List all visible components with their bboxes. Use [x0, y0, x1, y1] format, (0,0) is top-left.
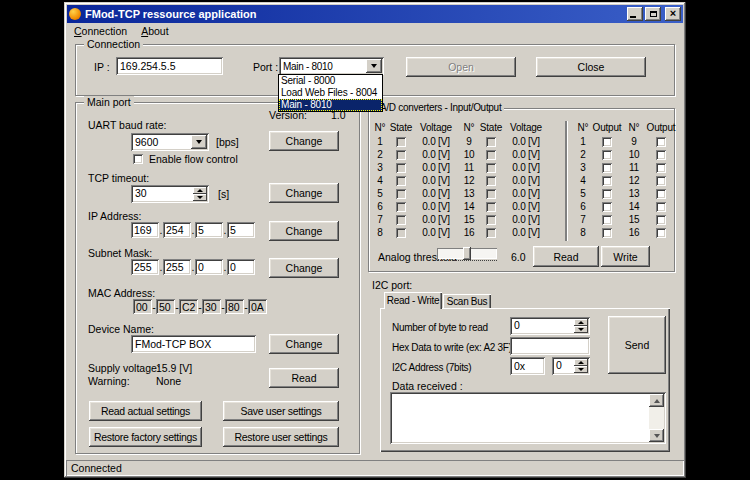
close-button[interactable]: × [665, 7, 681, 21]
ad-voltage-value: 0.0 [V] [422, 174, 450, 187]
uart-baud-combobox[interactable]: 9600 [131, 133, 209, 151]
port-dropdown-button[interactable] [366, 59, 382, 73]
tcp-timeout-stepper[interactable]: 30 [131, 185, 209, 203]
i2c-address-prefix-input[interactable] [510, 357, 545, 375]
spin-down-button[interactable] [574, 326, 588, 333]
ad-state-checkbox[interactable] [396, 176, 406, 186]
ad-output-row: 412 [573, 174, 675, 187]
ad-output-row: 816 [573, 226, 675, 239]
output-checkbox[interactable] [602, 137, 612, 147]
uart-change-button[interactable]: Change [269, 131, 339, 151]
ad-channel-number: 9 [466, 135, 471, 148]
restore-factory-settings-button[interactable]: Restore factory settings [89, 427, 202, 447]
tab-scan-bus[interactable]: Scan Bus [443, 294, 491, 309]
ip-octet-4[interactable] [227, 222, 255, 238]
scroll-down-button[interactable] [649, 429, 664, 442]
slider-thumb[interactable] [463, 247, 471, 260]
maximize-button[interactable] [645, 7, 661, 21]
tcp-change-button[interactable]: Change [269, 183, 339, 203]
output-checkbox[interactable] [656, 137, 666, 147]
output-channel-number: 14 [629, 200, 640, 213]
spin-up-button[interactable] [574, 359, 588, 366]
output-checkbox[interactable] [656, 228, 666, 238]
ad-state-checkbox[interactable] [486, 215, 496, 225]
menu-connection[interactable]: Connection [67, 24, 134, 38]
save-user-settings-button[interactable]: Save user settings [223, 401, 339, 421]
hex-data-input[interactable] [510, 337, 590, 355]
spin-down-button[interactable] [193, 194, 207, 201]
spin-up-button[interactable] [574, 319, 588, 326]
vertical-scrollbar[interactable] [649, 394, 664, 442]
supply-voltage-label: Supply voltage: [88, 362, 160, 374]
ad-state-checkbox[interactable] [396, 215, 406, 225]
output-checkbox[interactable] [602, 228, 612, 238]
subnet-octet-2[interactable] [163, 259, 191, 275]
spin-down-button[interactable] [574, 366, 588, 373]
minimize-button[interactable] [627, 7, 643, 21]
output-checkbox[interactable] [656, 202, 666, 212]
subnet-change-button[interactable]: Change [269, 258, 339, 278]
menu-about[interactable]: About [134, 24, 175, 38]
device-change-button[interactable]: Change [269, 334, 339, 354]
warning-label: Warning: [88, 375, 130, 387]
output-checkbox[interactable] [602, 202, 612, 212]
ad-state-checkbox[interactable] [486, 228, 496, 238]
output-checkbox[interactable] [656, 150, 666, 160]
ad-state-checkbox[interactable] [396, 163, 406, 173]
flow-control-checkbox[interactable] [133, 154, 143, 164]
send-button[interactable]: Send [608, 316, 666, 374]
ad-state-checkbox[interactable] [486, 137, 496, 147]
mac-octet-row: ----- [133, 299, 267, 314]
ip-octet-1[interactable] [131, 222, 159, 238]
output-checkbox[interactable] [602, 163, 612, 173]
uart-dropdown-button[interactable] [191, 135, 207, 149]
ip-input[interactable] [116, 57, 223, 75]
device-name-input[interactable] [131, 335, 256, 353]
output-checkbox[interactable] [602, 150, 612, 160]
subnet-octet-3[interactable] [195, 259, 223, 275]
ip-octet-2[interactable] [163, 222, 191, 238]
tab-read-write[interactable]: Read - Write [384, 292, 442, 309]
ad-state-checkbox[interactable] [486, 176, 496, 186]
i2c-address-stepper[interactable]: 0 [552, 357, 590, 375]
output-checkbox[interactable] [656, 215, 666, 225]
ad-state-checkbox[interactable] [486, 189, 496, 199]
read-supply-button[interactable]: Read [269, 368, 339, 388]
ad-state-checkbox[interactable] [396, 189, 406, 199]
ad-state-checkbox[interactable] [396, 137, 406, 147]
analog-threshold-slider[interactable] [437, 248, 497, 259]
port-option[interactable]: Serial - 8000 [279, 75, 382, 87]
port-option[interactable]: Main - 8010 [279, 99, 382, 111]
output-checkbox[interactable] [656, 189, 666, 199]
bytes-to-read-stepper[interactable]: 0 [510, 317, 590, 335]
read-actual-settings-button[interactable]: Read actual settings [89, 401, 202, 421]
subnet-octet-1[interactable] [131, 259, 159, 275]
ad-state-checkbox[interactable] [486, 202, 496, 212]
close-connection-button[interactable]: Close [536, 57, 646, 77]
output-checkbox[interactable] [656, 176, 666, 186]
ad-write-button[interactable]: Write [601, 246, 650, 267]
ad-state-checkbox[interactable] [396, 228, 406, 238]
spin-up-button[interactable] [193, 187, 207, 194]
col-output-header: Output [647, 122, 676, 133]
port-option[interactable]: Load Web Files - 8004 [279, 87, 382, 99]
ip-octet-3[interactable] [195, 222, 223, 238]
ad-read-button[interactable]: Read [533, 246, 599, 267]
restore-user-settings-button[interactable]: Restore user settings [223, 427, 339, 447]
ad-state-checkbox[interactable] [486, 150, 496, 160]
data-received-area[interactable] [390, 392, 666, 444]
ip-label: IP : [94, 61, 110, 73]
open-button[interactable]: Open [406, 57, 516, 77]
ad-state-checkbox[interactable] [396, 202, 406, 212]
subnet-octet-4[interactable] [227, 259, 255, 275]
ad-state-checkbox[interactable] [396, 150, 406, 160]
port-combobox[interactable]: Main - 8010 [279, 57, 384, 75]
ad-input-rows: 10.0 [V]90.0 [V]20.0 [V]100.0 [V]30.0 [V… [371, 135, 549, 239]
ad-state-checkbox[interactable] [486, 163, 496, 173]
output-checkbox[interactable] [602, 189, 612, 199]
output-checkbox[interactable] [602, 176, 612, 186]
ip-change-button[interactable]: Change [269, 221, 339, 241]
output-checkbox[interactable] [656, 163, 666, 173]
output-checkbox[interactable] [602, 215, 612, 225]
scroll-up-button[interactable] [649, 394, 664, 407]
